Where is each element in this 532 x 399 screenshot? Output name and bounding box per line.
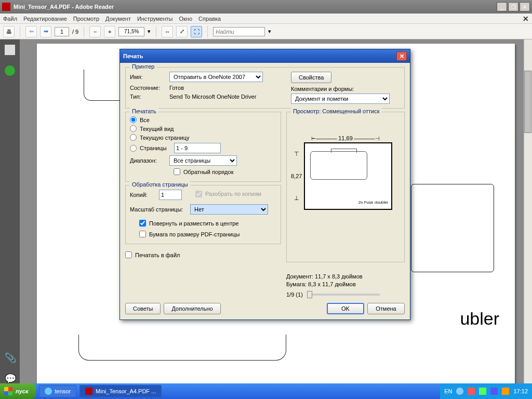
- zoom-dropdown-icon[interactable]: ▾: [148, 28, 151, 35]
- advanced-button[interactable]: Дополнительно: [164, 303, 220, 314]
- collate-check: Разобрать по копиям: [195, 191, 261, 197]
- preview-page-label: 2x Fuse doubler: [358, 200, 388, 205]
- ok-button[interactable]: OK: [327, 303, 364, 314]
- preview-legend: Просмотр: Совмещенный оттиск: [291, 108, 382, 114]
- nav-sidebar: 📎 💬: [0, 39, 20, 389]
- pages-input[interactable]: [174, 143, 221, 153]
- window-titlebar: Mini_Tensor_A4.PDF - Adobe Reader _ ❐ ✕: [0, 0, 532, 14]
- menu-edit[interactable]: Редактирование: [23, 16, 67, 22]
- tray-icon-3[interactable]: [479, 388, 486, 395]
- windows-logo-icon: [4, 387, 12, 395]
- find-input[interactable]: [213, 27, 265, 36]
- menu-help[interactable]: Справка: [198, 16, 221, 22]
- pdf-task-icon: [85, 388, 92, 395]
- menu-view[interactable]: Просмотр: [73, 16, 99, 22]
- scale-select[interactable]: Нет: [190, 204, 268, 215]
- slider-thumb[interactable]: [307, 291, 312, 298]
- tips-button[interactable]: Советы: [125, 303, 161, 314]
- close-doc-icon[interactable]: ✕: [523, 15, 529, 23]
- menu-bar: Файл Редактирование Просмотр Документ Ин…: [0, 14, 532, 24]
- copies-label: Копий:: [130, 192, 156, 198]
- paper-size-info: Бумага: 8,3 x 11,7 дюймов: [286, 281, 405, 288]
- tray-icon-5[interactable]: [502, 388, 509, 395]
- vertical-scrollbar[interactable]: [524, 39, 532, 389]
- print-dialog: Печать ✕ Принтер Имя: Отправить в OneNot…: [119, 49, 410, 320]
- printer-status-label: Состояние:: [130, 85, 166, 91]
- app-icon: [2, 3, 10, 11]
- printer-type-label: Тип:: [130, 94, 166, 100]
- fullscreen-icon[interactable]: ⛶: [191, 26, 202, 37]
- doc-size-info: Документ: 11,7 x 8,3 дюймов: [286, 273, 405, 281]
- app-task-icon: [45, 388, 52, 395]
- next-page-icon[interactable]: ➡: [40, 26, 51, 37]
- page-handling-group: Обработка страницы Копий: Разобрать по к…: [125, 185, 281, 244]
- clock[interactable]: 17:12: [513, 388, 528, 394]
- page-total: / 9: [72, 29, 78, 35]
- radio-pages[interactable]: [130, 145, 137, 152]
- tray-icon-2[interactable]: [468, 388, 475, 395]
- page-number-input[interactable]: [55, 27, 69, 36]
- comments-icon[interactable]: 💬: [5, 373, 15, 383]
- choose-paper-check[interactable]: Бумага по размеру PDF-страницы: [139, 231, 276, 237]
- menu-tools[interactable]: Инструменты: [137, 16, 173, 22]
- start-button[interactable]: пуск: [0, 383, 36, 399]
- comments-select[interactable]: Документ и пометки: [291, 94, 390, 104]
- pages-label: Страницы: [140, 145, 171, 151]
- dialog-title: Печать: [123, 53, 143, 59]
- preview-group: Просмотр: Совмещенный оттиск ⊢———— 11,69…: [286, 112, 405, 262]
- reverse-order-check[interactable]: Обратный порядок: [174, 168, 276, 175]
- handling-legend: Обработка страницы: [130, 181, 190, 188]
- cancel-button[interactable]: Отмена: [367, 303, 405, 314]
- range-legend: Печатать: [130, 108, 158, 114]
- print-to-file-check[interactable]: Печатать в файл: [125, 251, 281, 258]
- preview-page: 2x Fuse doubler: [304, 142, 392, 210]
- subset-select[interactable]: Все страницы: [169, 155, 237, 166]
- zoom-level[interactable]: 71,5%: [118, 27, 144, 36]
- page-text-fragment: ubler: [460, 309, 499, 329]
- prev-page-icon[interactable]: ⬅: [25, 26, 37, 37]
- find-dropdown-icon[interactable]: ▾: [268, 28, 271, 35]
- restore-button[interactable]: ❐: [508, 2, 518, 11]
- start-label: пуск: [16, 388, 29, 394]
- zoom-out-icon[interactable]: −: [89, 26, 101, 37]
- radio-all[interactable]: Все: [130, 116, 276, 123]
- fit-width-icon[interactable]: ↔: [162, 26, 173, 37]
- properties-button[interactable]: Свойства: [291, 72, 331, 83]
- print-range-group: Печатать Все Текущий вид Текущую страниц…: [125, 112, 281, 182]
- tray-icon-1[interactable]: [456, 388, 463, 395]
- close-button[interactable]: ✕: [520, 2, 530, 11]
- language-indicator[interactable]: EN: [444, 388, 452, 394]
- printer-legend: Принтер: [130, 63, 156, 70]
- tray-icon-4[interactable]: [490, 388, 498, 395]
- preview-counter: 1/9 (1): [286, 291, 303, 299]
- taskbar-item-tensor[interactable]: tensor: [39, 385, 77, 397]
- system-tray: EN 17:12: [440, 383, 532, 399]
- attachments-icon[interactable]: 📎: [5, 352, 15, 363]
- menu-window[interactable]: Окно: [179, 16, 192, 22]
- printer-status-value: Готов: [169, 85, 184, 91]
- pages-panel-icon[interactable]: [5, 45, 15, 55]
- fit-page-icon[interactable]: ⤢: [176, 26, 188, 37]
- autorotate-check[interactable]: Повернуть и разместить в центре: [139, 220, 276, 227]
- menu-file[interactable]: Файл: [3, 16, 17, 22]
- zoom-in-icon[interactable]: +: [104, 26, 115, 37]
- taskbar: пуск tensor Mini_Tensor_A4.PDF ... EN 17…: [0, 383, 532, 399]
- preview-slider[interactable]: [307, 294, 380, 296]
- radio-pages-row: Страницы: [130, 143, 276, 153]
- scroll-thumb[interactable]: [524, 71, 531, 133]
- comments-label: Комментарии и формы:: [291, 86, 400, 92]
- help-panel-icon[interactable]: [5, 65, 15, 76]
- dialog-titlebar[interactable]: Печать ✕: [120, 49, 410, 63]
- print-icon[interactable]: 🖶: [3, 26, 15, 37]
- taskbar-item-reader[interactable]: Mini_Tensor_A4.PDF ...: [79, 385, 162, 397]
- scale-label: Масштаб страницы:: [130, 206, 187, 212]
- minimize-button[interactable]: _: [497, 2, 507, 11]
- printer-group: Принтер Имя: Отправить в OneNote 2007 Со…: [125, 67, 405, 109]
- preview-height: 8,27: [291, 173, 302, 179]
- dialog-close-icon[interactable]: ✕: [396, 51, 407, 61]
- printer-name-select[interactable]: Отправить в OneNote 2007: [169, 72, 263, 82]
- copies-input[interactable]: [159, 190, 182, 200]
- menu-document[interactable]: Документ: [105, 16, 131, 22]
- radio-current-view[interactable]: Текущий вид: [130, 125, 276, 132]
- radio-current-page[interactable]: Текущую страницу: [130, 134, 276, 141]
